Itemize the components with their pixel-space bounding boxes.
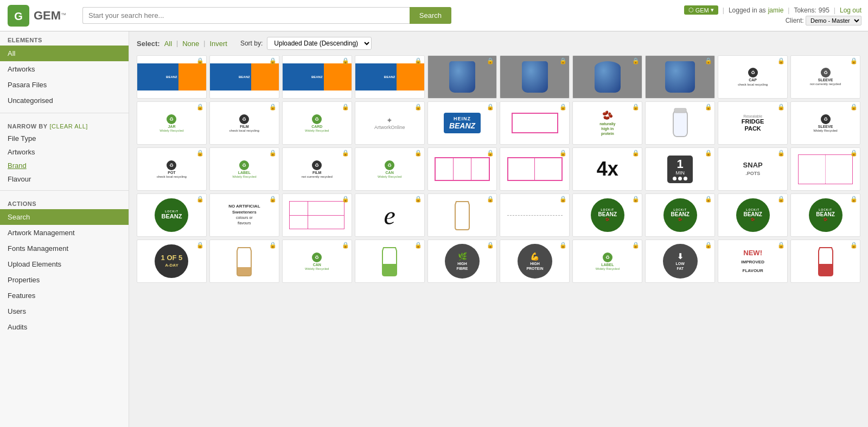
jar-recycle-visual: ♻ JAR Widely Recycled: [159, 114, 183, 132]
action-item-search[interactable]: Search: [0, 209, 129, 225]
grid-item-beans-strip-3[interactable]: 🔒 BEANZ: [282, 55, 352, 99]
grid-item-low-fat[interactable]: 🔒 ⬇ LOWFAT: [645, 240, 715, 283]
grid-item-container-beige[interactable]: 🔒: [209, 240, 279, 283]
username-link[interactable]: jamie: [768, 7, 784, 14]
action-item-audits[interactable]: Audits: [0, 319, 129, 335]
sleeve-not-recycled-visual: ♻ SLEEVE not currently recycled: [810, 68, 841, 86]
grid-item-sleeve-widely[interactable]: 🔒 ♻ SLEEVE Widely Recycled: [790, 101, 860, 145]
grid-item-beans-strip-2[interactable]: 🔒 BEANZ: [209, 55, 279, 99]
action-item-users[interactable]: Users: [0, 303, 129, 319]
grid-item-glass-jar[interactable]: 🔒: [645, 101, 715, 145]
narrow-item-brand[interactable]: Brand: [0, 159, 129, 172]
grid-item-jar-recycled[interactable]: 🔒 ♻ JAR Widely Recycled: [137, 101, 207, 145]
sort-select[interactable]: Uploaded Date (Descending) Uploaded Date…: [267, 37, 372, 50]
grid-item-microwave[interactable]: 🔒 1 MIN: [645, 147, 715, 191]
grid-item-card-recycled[interactable]: 🔒 ♻ CARD Widely Recycled: [282, 101, 352, 145]
grid-item-dashed-line[interactable]: 🔒: [500, 193, 570, 237]
sidebar-item-uncategorised[interactable]: Uncategorised: [0, 93, 129, 108]
sidebar-item-pasara[interactable]: Pasara Files: [0, 77, 129, 93]
sidebar-item-all[interactable]: All: [0, 46, 129, 61]
gem-dropdown[interactable]: ⬡ GEM ▾: [684, 5, 718, 15]
lock-icon: 🔒: [632, 103, 640, 111]
clear-all-link[interactable]: [CLEAR ALL]: [50, 123, 88, 130]
grid-item-label-widely-small[interactable]: 🔒 ♻ LABEL Widely Recycled: [572, 240, 642, 283]
grid-item-high-fibre[interactable]: 🔒 🌿 HIGHFIBRE: [427, 240, 497, 283]
grid-item-lockit-beans-4[interactable]: 🔒 LOCKiT BEANZ 🫘: [790, 193, 860, 237]
grid-item-container-red[interactable]: 🔒: [790, 240, 860, 283]
grid-item-beans-strip-1[interactable]: 🔒 BEANZ: [137, 55, 207, 99]
grid-item-no-artificial[interactable]: 🔒 NO ARTIFICIALSweetenerscolours orflavo…: [209, 193, 279, 237]
grid-item-lockit-beans-2[interactable]: 🔒 LOCKiT BEANZ 🫘: [645, 193, 715, 237]
pink-col-1: [290, 202, 308, 215]
select-none-link[interactable]: None: [182, 40, 199, 48]
svg-text:G: G: [14, 10, 23, 22]
grid-item-pot-recycle[interactable]: 🔒 ♻ POT check local recycling: [137, 147, 207, 191]
grid-item-fridge-pack[interactable]: 🔒 Resealable FRIDGEPACK: [718, 101, 788, 145]
label-small-icon: ♻: [603, 253, 612, 262]
grid-item-dieline-2panel[interactable]: 🔒: [500, 147, 570, 191]
grid-item-can-widely[interactable]: 🔒 ♻ CAN Widely Recycled: [355, 147, 425, 191]
grid-item-beans-strip-4[interactable]: 🔒 BEANZ: [355, 55, 425, 99]
client-label: Client:: [786, 17, 804, 24]
grid-item-new-improved[interactable]: 🔒 NEW!IMPROVEDFLAVOUR: [718, 240, 788, 283]
high-fibre-text: HIGHFIBRE: [457, 261, 468, 271]
grid-item-snap-pots[interactable]: 🔒 SNAP.POTS: [718, 147, 788, 191]
search-button[interactable]: Search: [410, 7, 451, 24]
grid-item-dieline-3panel[interactable]: 🔒: [427, 147, 497, 191]
grid-item-pink-rect[interactable]: 🔒: [500, 101, 570, 145]
grid-item-lockit-beans-1[interactable]: 🔒 LOCKiT BEANZ 🫘: [572, 193, 642, 237]
grid-item-can-widely-small[interactable]: 🔒 ♻ CAN Widely Recycled: [282, 240, 352, 283]
grid-item-pink-complex[interactable]: 🔒: [282, 193, 352, 237]
select-all-link[interactable]: All: [164, 40, 172, 48]
action-item-upload-elements[interactable]: Upload Elements: [0, 256, 129, 272]
grid-item-blue-tin-3[interactable]: 🔒: [572, 55, 642, 99]
grid-item-four-x[interactable]: 🔒 4x: [572, 147, 642, 191]
client-select[interactable]: Demo - Master: [806, 16, 861, 25]
grid-item-lockit-beans-3[interactable]: 🔒 LOCKiT BEANZ 🫘: [718, 193, 788, 237]
action-item-fonts-management[interactable]: Fonts Management: [0, 241, 129, 256]
grid-item-film-not[interactable]: 🔒 ♻ FILM not currently recycled: [282, 147, 352, 191]
grid-item-container-outline[interactable]: 🔒: [427, 193, 497, 237]
sleeve-widely-icon: ♻: [821, 114, 831, 124]
grid-item-one-of-five[interactable]: 🔒 1 OF 5 A-DAY: [137, 240, 207, 283]
narrow-item-artworks[interactable]: Artworks: [0, 145, 129, 159]
pot-text-main: POT: [168, 171, 175, 174]
pink-complex-visual: [289, 201, 344, 229]
container-green-visual: [379, 245, 400, 277]
grid-item-label-widely[interactable]: 🔒 ♻ LABEL Widely Recycled: [209, 147, 279, 191]
logout-link[interactable]: Log out: [840, 7, 861, 14]
user-info: ⬡ GEM ▾ | Logged in as jamie | Tokens: 9…: [684, 5, 861, 15]
narrow-item-flavour[interactable]: Flavour: [0, 172, 129, 186]
lock-icon: 🔒: [342, 57, 349, 64]
select-invert-link[interactable]: Invert: [209, 40, 227, 48]
grid-item-artwork-online[interactable]: 🔒 ✦ ArtworkOnline: [355, 101, 425, 145]
grid-item-nat-protein[interactable]: 🔒 🫘 naturallyhigh inprotein: [572, 101, 642, 145]
search-input[interactable]: [82, 7, 410, 24]
grid-item-e-logo[interactable]: 🔒 e: [355, 193, 425, 237]
grid-item-blue-tin-2[interactable]: 🔒: [500, 55, 570, 99]
sidebar-item-artworks[interactable]: Artworks: [0, 61, 129, 77]
grid-item-lockit-dark[interactable]: 🔒 LOCKiT BEANZ: [137, 193, 207, 237]
grid-item-vert-dieline[interactable]: 🔒: [790, 147, 860, 191]
main-layout: ELEMENTS All Artworks Pasara Files Uncat…: [0, 31, 868, 427]
dieline-panel-1: [436, 158, 454, 180]
action-item-features[interactable]: Features: [0, 288, 129, 303]
grid-item-heinz-beanz[interactable]: 🔒 HEINZ BEANZ: [427, 101, 497, 145]
gem-logo-icon: G: [7, 4, 30, 28]
narrow-item-filetype[interactable]: File Type: [0, 132, 129, 145]
action-item-artwork-management[interactable]: Artwork Management: [0, 225, 129, 241]
grid-item-blue-tin-4[interactable]: 🔒: [645, 55, 715, 99]
grid-item-sleeve-not-recycled[interactable]: 🔒 ♻ SLEEVE not currently recycled: [790, 55, 860, 99]
grid-item-container-green[interactable]: 🔒: [355, 240, 425, 283]
can-widely-icon: ♻: [385, 160, 394, 170]
grid-item-blue-tin-1[interactable]: 🔒: [427, 55, 497, 99]
grid-item-cap-label[interactable]: 🔒 ♻ CAP check local recycling: [718, 55, 788, 99]
glass-jar-visual: [670, 107, 691, 139]
action-item-properties[interactable]: Properties: [0, 272, 129, 288]
grid-item-high-protein[interactable]: 🔒 💪 HIGHPROTEIN: [500, 240, 570, 283]
blue-tin-visual-4: [665, 61, 695, 93]
lock-icon: 🔒: [850, 242, 858, 249]
grid-item-film-check[interactable]: 🔒 ♻ FILM check local recycling: [209, 101, 279, 145]
lock-icon: 🔒: [269, 196, 277, 203]
label-widely-small-visual: ♻ LABEL Widely Recycled: [596, 253, 620, 270]
